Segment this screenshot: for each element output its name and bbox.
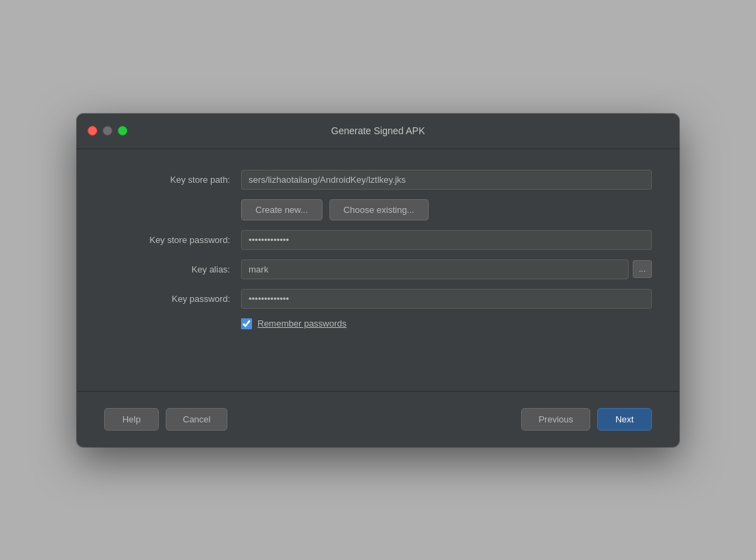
key-password-row: Key password: [104, 289, 652, 309]
choose-existing-button[interactable]: Choose existing... [329, 199, 429, 220]
window-title: Generate Signed APK [331, 125, 425, 136]
dialog-footer: Help Cancel Previous Next [77, 391, 679, 447]
key-alias-label: Key alias: [104, 264, 241, 275]
remember-passwords-label[interactable]: Remember passwords [257, 318, 346, 329]
key-store-password-input[interactable] [241, 230, 652, 250]
key-alias-browse-button[interactable]: ... [633, 260, 652, 278]
traffic-lights [88, 126, 127, 136]
key-alias-row: Key alias: ... [104, 259, 652, 279]
close-button[interactable] [88, 126, 97, 136]
key-password-input[interactable] [241, 289, 652, 309]
help-button[interactable]: Help [104, 408, 159, 431]
key-store-path-input[interactable] [241, 170, 652, 190]
cancel-button[interactable]: Cancel [166, 408, 227, 431]
key-store-password-label: Key store password: [104, 235, 241, 245]
titlebar: Generate Signed APK [77, 114, 679, 149]
key-store-password-row: Key store password: [104, 230, 652, 250]
previous-button[interactable]: Previous [521, 408, 590, 431]
footer-right-buttons: Previous Next [521, 408, 652, 431]
dialog-content: Key store path: Create new... Choose exi… [77, 149, 679, 350]
keystore-action-buttons: Create new... Choose existing... [241, 199, 652, 220]
minimize-button[interactable] [103, 126, 112, 136]
key-store-path-row: Key store path: [104, 170, 652, 190]
key-password-label: Key password: [104, 294, 241, 304]
main-window: Generate Signed APK Key store path: Crea… [77, 114, 679, 447]
key-alias-input-group: ... [241, 259, 652, 279]
maximize-button[interactable] [118, 126, 127, 136]
remember-passwords-row: Remember passwords [241, 318, 652, 329]
remember-passwords-checkbox[interactable] [241, 318, 252, 329]
create-new-button[interactable]: Create new... [241, 199, 323, 220]
next-button[interactable]: Next [597, 408, 652, 431]
key-store-path-label: Key store path: [104, 175, 241, 185]
key-alias-input[interactable] [241, 259, 629, 279]
footer-left-buttons: Help Cancel [104, 408, 227, 431]
